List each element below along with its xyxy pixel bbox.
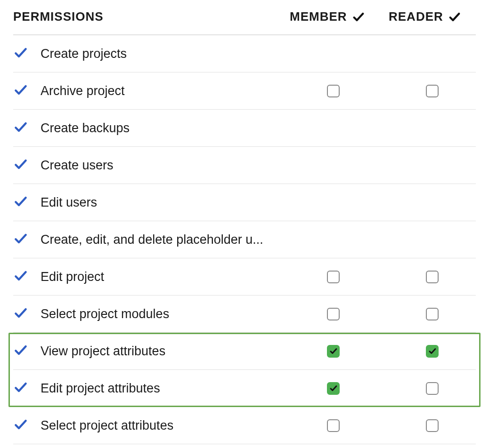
check-icon — [352, 10, 365, 24]
check-icon — [13, 305, 28, 322]
table-body: Create projectsArchive projectCreate bac… — [13, 35, 476, 444]
check-icon — [13, 343, 28, 360]
check-icon — [13, 194, 28, 211]
table-header-row: PERMISSIONS MEMBER READER — [13, 9, 476, 35]
permission-checkbox[interactable] — [327, 308, 340, 320]
table-row: Select project modules — [13, 296, 476, 333]
permission-checkbox[interactable] — [426, 419, 439, 432]
permission-checkbox[interactable] — [426, 345, 439, 358]
check-icon — [13, 380, 28, 397]
permission-label: Create, edit, and delete placeholder u..… — [41, 232, 263, 247]
table-row: Create projects — [13, 35, 476, 72]
check-icon — [13, 157, 28, 174]
table-row: Create, edit, and delete placeholder u..… — [13, 221, 476, 258]
table-row: Create backups — [13, 110, 476, 147]
table-row: Archive project — [13, 72, 476, 110]
permission-label: Edit project attributes — [41, 381, 160, 396]
permission-checkbox[interactable] — [327, 345, 340, 358]
permission-checkbox[interactable] — [327, 382, 340, 395]
table-row: Create users — [13, 147, 476, 184]
check-icon — [13, 417, 28, 434]
check-icon — [13, 120, 28, 136]
permission-label: Select project attributes — [41, 418, 173, 433]
permission-label: Edit project — [41, 270, 104, 284]
table-row: Select project attributes — [13, 407, 476, 444]
permissions-header-label: PERMISSIONS — [13, 9, 104, 24]
permission-label: View project attributes — [41, 344, 165, 359]
permission-checkbox[interactable] — [327, 85, 340, 97]
table-row: View project attributes — [13, 333, 476, 370]
table-row: Edit project — [13, 258, 476, 296]
check-icon — [13, 82, 28, 99]
permission-checkbox[interactable] — [426, 85, 439, 97]
check-icon — [13, 45, 28, 62]
member-header-label: MEMBER — [290, 9, 347, 24]
permission-label: Select project modules — [41, 307, 169, 321]
table-row: Edit project attributes — [13, 370, 476, 407]
permissions-table: PERMISSIONS MEMBER READER Create project… — [13, 9, 476, 444]
permission-label: Create users — [41, 158, 114, 173]
permission-label: Create projects — [41, 47, 127, 61]
permission-checkbox[interactable] — [327, 271, 340, 283]
permission-checkbox[interactable] — [327, 419, 340, 432]
permission-label: Create backups — [41, 121, 130, 136]
check-icon — [13, 231, 28, 248]
table-row: Edit users — [13, 184, 476, 221]
permission-label: Edit users — [41, 195, 97, 210]
permission-checkbox[interactable] — [426, 271, 439, 283]
check-icon — [448, 10, 461, 24]
reader-header-label: READER — [389, 9, 443, 24]
permission-checkbox[interactable] — [426, 382, 439, 395]
permission-checkbox[interactable] — [426, 308, 439, 320]
permission-label: Archive project — [41, 84, 125, 98]
check-icon — [13, 268, 28, 285]
